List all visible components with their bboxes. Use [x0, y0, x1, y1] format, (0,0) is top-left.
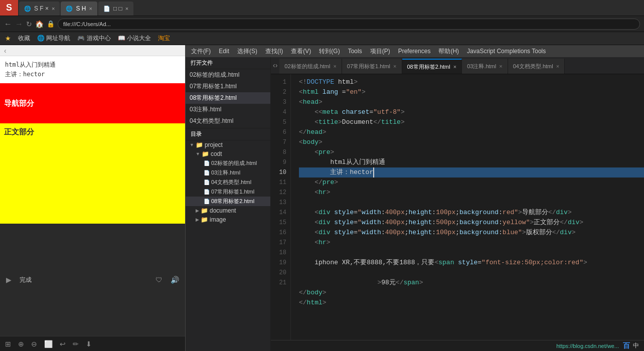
tree-file-04[interactable]: 📄04文档类型.html [186, 178, 270, 187]
nav-refresh[interactable]: ↻ [26, 20, 32, 28]
code-line-8: <pre> [299, 147, 644, 157]
bookmark-star: ★ [5, 35, 11, 42]
nav-home[interactable]: 🏠 [35, 20, 44, 28]
tree-file-07[interactable]: 📄07常用标签1.html [186, 187, 270, 197]
code-line-19: iphone XR,不要8888,不要1888，只要<span style="f… [299, 258, 644, 278]
editor-tabs-bar: ‹ › 02标签的组成.html × 07常用标签1.html × 08常用标签… [271, 57, 644, 74]
preview-back[interactable]: ‹ [4, 47, 7, 55]
code-line-12: <hr> [299, 188, 644, 198]
editor-tab-04-close[interactable]: × [556, 63, 559, 69]
code-line-13 [299, 198, 644, 208]
preview-play-icon[interactable]: ▶ [6, 276, 12, 284]
menu-preferences[interactable]: Preferences [395, 47, 434, 56]
tab3-label: □ □ [113, 5, 122, 12]
code-line-21: </html> [299, 298, 644, 308]
menu-edit[interactable]: Edit [215, 47, 233, 56]
editor-tab-04[interactable]: 04文档类型.html × [508, 59, 565, 74]
bookmark-nav[interactable]: 🌐 网址导航 [37, 34, 70, 43]
preview-done-label: 完成 [20, 276, 32, 284]
ide-sidebar: 打开文件 02标签的组成.html 07常用标签1.html 08常用标签2.h… [186, 57, 271, 351]
address-bar[interactable]: file:///C:/Users/Ad... [58, 19, 640, 30]
code-line-3: <head> [299, 97, 644, 107]
code-line-4: <<meta charset="utf-8"> [299, 107, 644, 117]
tree-label: 目录 [186, 128, 270, 140]
bookmark-collections[interactable]: 收藏 [18, 34, 30, 43]
bottom-undo-icon[interactable]: ↩ [60, 340, 66, 348]
editor-tab-02-label: 02标签的组成.html [284, 63, 330, 70]
tree-item-document[interactable]: ▶ 📁 document [186, 206, 270, 215]
bottom-actual-size-icon[interactable]: ⬜ [44, 340, 53, 348]
menu-help[interactable]: 帮助(H) [435, 46, 462, 57]
tab3-close[interactable]: × [125, 6, 128, 12]
ide-menu-bar: 文件(F) Edit 选择(S) 查找(I) 查看(V) 转到(G) Tools… [186, 45, 644, 57]
bookmark-taobao[interactable]: 淘宝 [158, 34, 170, 43]
tree-file-08-active[interactable]: 📄08常用标签2.html [186, 197, 270, 206]
menu-select[interactable]: 选择(S) [234, 46, 261, 57]
menu-goto[interactable]: 转到(G) [315, 46, 343, 57]
editor-tab-07[interactable]: 07常用标签1.html × [342, 59, 402, 74]
bottom-zoom-in-icon[interactable]: ⊕ [18, 340, 24, 348]
ide-editor: ‹ › 02标签的组成.html × 07常用标签1.html × 08常用标签… [271, 57, 644, 351]
editor-tab-08-close[interactable]: × [453, 64, 456, 70]
menu-view[interactable]: 查看(V) [287, 46, 314, 57]
preview-volume-icon[interactable]: 🔊 [171, 276, 179, 284]
bottom-grid-icon[interactable]: ⊞ [5, 340, 11, 348]
sidebar-file-02[interactable]: 02标签的组成.html [186, 69, 270, 81]
menu-js-completions[interactable]: JavaScript Completions Tools [463, 47, 549, 56]
nav-forward[interactable]: → [15, 20, 23, 29]
bottom-pencil-icon[interactable]: ✏ [73, 340, 79, 348]
bookmark-games[interactable]: 🎮 游戏中心 [77, 34, 110, 43]
menu-project[interactable]: 项目(P) [367, 46, 394, 57]
bottom-zoom-out-icon[interactable]: ⊖ [31, 340, 37, 348]
sidebar-file-08-active[interactable]: 08常用标签2.html [186, 92, 270, 104]
tab1-close[interactable]: × [52, 6, 55, 12]
browser-tab-3[interactable]: 📄 □ □ × [98, 2, 133, 16]
preview-pre-line2: 主讲：hector [5, 70, 180, 79]
tab-right-arrow[interactable]: › [275, 61, 278, 69]
editor-tab-07-close[interactable]: × [393, 63, 396, 69]
code-line-5: <title>Document</title> [299, 117, 644, 127]
preview-nav-div: 导航部分 [0, 83, 185, 123]
code-line-2: <html lang ="en"> [299, 87, 644, 97]
browser-tab-1[interactable]: 🌐 S F × × [19, 2, 60, 16]
editor-tab-02-close[interactable]: × [333, 63, 336, 69]
tab2-icon: 🌐 [66, 6, 73, 12]
sidebar-file-03[interactable]: 03注释.html [186, 104, 270, 115]
status-link[interactable]: https://blog.csdn.net/we... [556, 343, 619, 349]
bookmark-novels[interactable]: 📖 小说大全 [118, 34, 151, 43]
editor-tab-02[interactable]: 02标签的组成.html × [279, 59, 342, 74]
status-cn-icon: 中 [633, 341, 639, 350]
tree-item-project[interactable]: ▼ 📁 project [186, 140, 270, 149]
code-line-9: html从入门到精通 [299, 157, 644, 167]
browser-tab-2[interactable]: 🌐 S H × [61, 2, 97, 16]
sidebar-file-04[interactable]: 04文档类型.html [186, 115, 270, 127]
bottom-download-icon[interactable]: ⬇ [86, 340, 92, 348]
nav-shield: 🔒 [47, 20, 55, 28]
menu-file[interactable]: 文件(F) [188, 46, 214, 57]
menu-tools[interactable]: Tools [345, 47, 366, 56]
preview-main-div: 正文部分 [0, 123, 185, 224]
code-line-15: <div style="width:400px;height:500px;bac… [299, 218, 644, 228]
menu-find[interactable]: 查找(I) [262, 46, 286, 57]
code-area[interactable]: 1 2 3 4 5 6 7 8 9 10 11 12 13 14 [271, 74, 644, 340]
tree-file-03[interactable]: 📄03注释.html [186, 168, 270, 178]
code-content[interactable]: <!DOCTYPE html> <html lang ="en"> <head> [291, 74, 644, 340]
code-line-18 [299, 248, 644, 258]
code-line-16: <div style="width:400px;height:100px;bac… [299, 228, 644, 238]
browser-logo: S [0, 0, 18, 16]
sidebar-file-07[interactable]: 07常用标签1.html [186, 81, 270, 92]
tab2-close[interactable]: × [89, 6, 92, 12]
open-file-label: 打开文件 [186, 57, 270, 69]
tree-item-codt[interactable]: ▼ 📁 codt [186, 149, 270, 158]
tab-arrows[interactable]: ‹ › [271, 57, 279, 74]
editor-tab-08-active[interactable]: 08常用标签2.html × [402, 59, 462, 74]
nav-back[interactable]: ← [4, 20, 12, 29]
code-line-17: <hr> [299, 238, 644, 248]
preview-shield-icon[interactable]: 🛡 [155, 276, 163, 284]
editor-tab-03[interactable]: 03注释.html × [462, 59, 508, 74]
tree-file-02[interactable]: 📄02标签的组成.html [186, 158, 270, 168]
preview-panel: ‹ html从入门到精通 主讲：hector 导航部分 正文部分 ▶ 完成 🛡 … [0, 45, 186, 351]
editor-tab-03-close[interactable]: × [499, 63, 502, 69]
tree-item-image[interactable]: ▶ 📁 image [186, 215, 270, 224]
tab1-label: S F × [34, 5, 49, 12]
